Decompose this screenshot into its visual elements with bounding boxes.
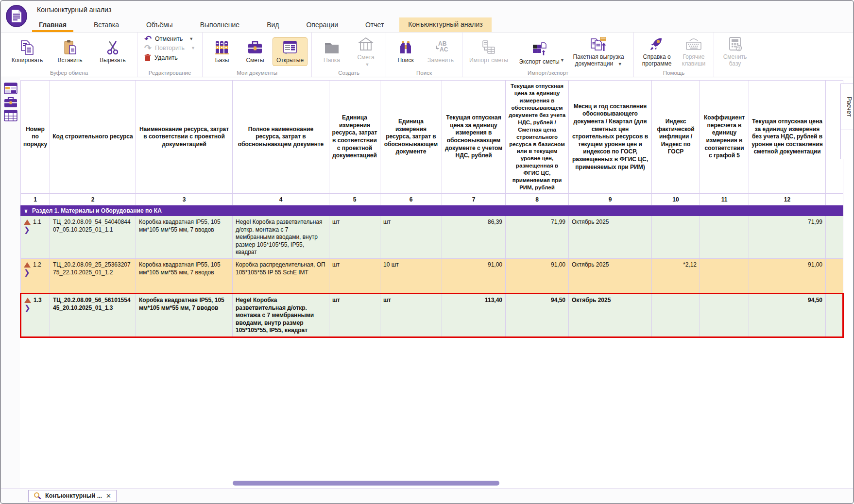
col-header-9[interactable]: Месяц и год составления обосновывающего … — [569, 81, 652, 194]
replace-icon: AB AC — [432, 39, 449, 56]
cell-price-no-vat[interactable]: 94,50 — [506, 294, 569, 337]
export-estimate-button[interactable]: Экспорт сметы ▼ — [513, 39, 565, 65]
col-header-6[interactable]: Единица измерения ресурса, затрат в обос… — [380, 81, 442, 194]
tab-vid[interactable]: Вид — [260, 18, 286, 32]
cell-unit-doc[interactable]: шт — [380, 294, 442, 337]
cell-coefficient[interactable] — [700, 294, 749, 337]
tab-vypolnenie[interactable]: Выполнение — [193, 18, 246, 32]
cell-month[interactable]: Октябрь 2025 — [569, 216, 652, 259]
cut-button[interactable]: Вырезать — [92, 38, 133, 66]
cell-price-with-vat[interactable]: 86,39 — [442, 216, 506, 259]
cell-name[interactable]: Коробка квадратная IP55, 105 мм*105 мм*5… — [136, 294, 233, 337]
group-label-create: Создать — [312, 70, 386, 76]
horizontal-scrollbar[interactable] — [20, 480, 842, 486]
tab-konyunkturny-analiz[interactable]: Конъюнктурный анализ — [399, 17, 491, 32]
cell-inflation-index[interactable]: *2,12 — [652, 259, 700, 294]
col-header-7[interactable]: Текущая отпускная цена за единицу измере… — [442, 81, 506, 194]
cell-unit-doc[interactable]: шт — [380, 216, 442, 259]
col-header-8[interactable]: Текущая отпускная цена за единицу измере… — [506, 81, 569, 194]
table-panel-icon[interactable] — [4, 110, 17, 121]
cell-month[interactable]: Октябрь 2025 — [569, 294, 652, 337]
tab-obyomy[interactable]: Объёмы — [139, 18, 180, 32]
import-estimate-button[interactable]: Импорт сметы — [466, 38, 511, 66]
new-estimate-button[interactable]: Смета ▼ — [350, 35, 382, 69]
section-header-row[interactable]: ∨Раздел 1. Материалы и Оборудование по К… — [21, 205, 843, 216]
cell-unit-proj[interactable]: шт — [329, 259, 380, 294]
documents-panel-icon[interactable] — [4, 83, 17, 94]
cell-code[interactable]: ТЦ_20.2.08.09_25_2536320775_22.10.2025_0… — [50, 259, 136, 294]
export-dropdown-icon[interactable]: ▼ — [560, 58, 564, 63]
analysis-grid: Номер по порядку Код строительного ресур… — [20, 80, 844, 338]
col-header-1[interactable]: Номер по порядку — [21, 81, 50, 194]
cell-price-level[interactable]: 94,50 — [749, 294, 826, 337]
table-row-1-3-selected[interactable]: 1.3❯ ТЦ_20.2.08.09_56_5610155445_20.10.2… — [21, 294, 843, 337]
table-row-1-1[interactable]: 1.1❯ ТЦ_20.2.08.09_54_5404084407_05.10.2… — [21, 216, 843, 259]
col-header-12[interactable]: Текущая отпускная цена за единицу измере… — [749, 81, 826, 194]
change-db-button[interactable]: Сменить базу — [718, 34, 752, 69]
paste-button[interactable]: Вставить — [50, 38, 90, 66]
cell-price-level[interactable]: 71,99 — [749, 216, 826, 259]
horizontal-scrollbar-thumb[interactable] — [233, 481, 499, 486]
col-header-5[interactable]: Единица измерения ресурса, затрат в соот… — [329, 81, 380, 194]
col-header-3[interactable]: Наименование ресурса, затрат в соответст… — [136, 81, 233, 194]
cell-coefficient[interactable] — [700, 216, 749, 259]
cell-unit-doc[interactable]: 10 шт — [380, 259, 442, 294]
col-header-2[interactable]: Код строительного ресурса — [50, 81, 136, 194]
tab-glavnaya[interactable]: Главная — [32, 18, 73, 32]
cell-code[interactable]: ТЦ_20.2.08.09_54_5404084407_05.10.2025_0… — [50, 216, 136, 259]
cell-price-with-vat[interactable]: 113,40 — [442, 294, 506, 337]
new-estimate-dropdown-icon: ▼ — [365, 62, 370, 67]
undo-dropdown-icon[interactable]: ▼ — [189, 36, 193, 41]
tab-otchet[interactable]: Отчет — [359, 18, 391, 32]
trash-icon — [144, 54, 151, 61]
undo-button[interactable]: ↶ Отменить ▼ — [144, 35, 195, 42]
tab-operacii[interactable]: Операции — [299, 18, 345, 32]
warning-icon — [24, 219, 31, 225]
cell-price-no-vat[interactable]: 91,00 — [506, 259, 569, 294]
cell-full-name[interactable]: Коробка распределительная, ОП 105*105*55… — [233, 259, 329, 294]
right-panel-rail: Расчет — [840, 84, 853, 159]
cell-inflation-index[interactable] — [652, 216, 700, 259]
cell-full-name[interactable]: Hegel Коробка разветвительная д/откр. мо… — [233, 216, 329, 259]
cell-coefficient[interactable] — [700, 259, 749, 294]
cell-inflation-index[interactable] — [652, 294, 700, 337]
cell-name[interactable]: Коробка квадратная IP55, 105 мм*105 мм*5… — [136, 216, 233, 259]
replace-button[interactable]: AB AC Заменить — [423, 38, 458, 66]
copy-button[interactable]: Копировать — [7, 38, 48, 66]
batch-dropdown-icon[interactable]: ▼ — [618, 62, 622, 67]
cell-unit-proj[interactable]: шт — [329, 294, 380, 337]
opened-button[interactable]: Открытые — [273, 37, 307, 66]
row-expand-icon[interactable]: ❯ — [24, 304, 47, 311]
cell-month[interactable]: Октябрь 2025 — [569, 259, 652, 294]
tab-raschet[interactable]: Расчет — [840, 84, 853, 130]
about-button[interactable]: Справка о программе — [638, 34, 676, 69]
section-collapse-icon[interactable]: ∨ — [24, 208, 28, 214]
close-icon[interactable]: ✕ — [106, 492, 111, 500]
cell-name[interactable]: Коробка квадратная IP55, 105 мм*105 мм*5… — [136, 259, 233, 294]
cell-unit-proj[interactable]: шт — [329, 216, 380, 259]
batch-upload-button[interactable]: Пакетная выгрузка документации ▼ — [567, 34, 630, 69]
bases-button[interactable]: Базы — [206, 38, 238, 66]
cell-price-with-vat[interactable]: 91,00 — [442, 259, 506, 294]
row-expand-icon[interactable]: ❯ — [24, 269, 47, 276]
search-button[interactable]: Поиск — [390, 38, 421, 66]
row-expand-icon[interactable]: ❯ — [24, 226, 47, 233]
delete-button[interactable]: Удалить — [144, 54, 195, 61]
table-row-1-2[interactable]: 1.2❯ ТЦ_20.2.08.09_25_2536320775_22.10.2… — [21, 259, 843, 294]
tab-vstavka[interactable]: Вставка — [87, 18, 126, 32]
cell-price-no-vat[interactable]: 71,99 — [506, 216, 569, 259]
estimates-button[interactable]: Сметы — [239, 38, 271, 66]
redo-button[interactable]: ↷ Повторить ▼ — [144, 45, 195, 51]
hotkeys-button[interactable]: Горячие клавиши — [678, 34, 710, 69]
estimates-panel-icon[interactable] — [4, 96, 17, 108]
title-bar: Конъюнктурный анализ — [1, 1, 853, 18]
col-header-11[interactable]: Коэффициент пересчета в единицу измерени… — [700, 81, 749, 194]
col-num — [826, 194, 843, 205]
cell-price-level[interactable]: 91,00 — [749, 259, 826, 294]
col-header-10[interactable]: Индекс фактической инфляции / Индекс по … — [652, 81, 700, 194]
cell-code[interactable]: ТЦ_20.2.08.09_56_5610155445_20.10.2025_0… — [50, 294, 136, 337]
col-header-4[interactable]: Полное наименование ресурса, затрат в об… — [233, 81, 329, 194]
folder-button[interactable]: Папка — [316, 38, 348, 66]
document-tab[interactable]: Конъюнктурный ... ✕ — [28, 490, 117, 502]
cell-full-name[interactable]: Hegel Коробка разветвительная д/откр. мо… — [233, 294, 329, 337]
